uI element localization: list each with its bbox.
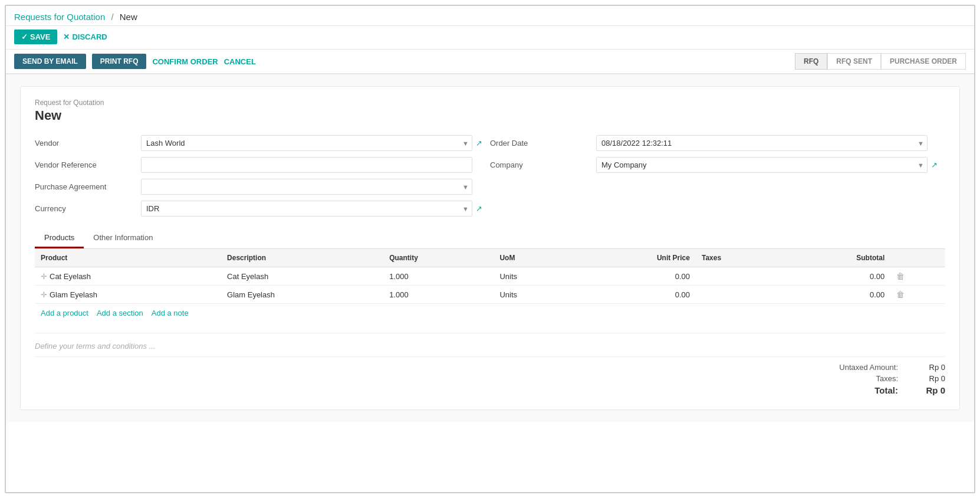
purchase-agreement-label: Purchase Agreement [35,182,141,191]
order-date-field-wrap: ▼ [596,135,928,151]
breadcrumb: Requests for Quotation / New [6,6,974,26]
untaxed-amount-value: Rp 0 [910,363,945,372]
products-table: Product Description Quantity UoM Unit Pr… [35,249,945,304]
vendor-reference-label: Vendor Reference [35,160,141,169]
status-tab-purchase-order[interactable]: PURCHASE ORDER [881,53,966,70]
discard-button[interactable]: DISCARD [63,32,107,41]
taxes-label: Taxes: [815,374,898,383]
row-description: Cat Eyelash [221,267,383,286]
row-delete[interactable]: 🗑 [890,267,945,286]
currency-input[interactable] [141,201,472,217]
vendor-label: Vendor [35,139,141,148]
save-button[interactable]: SAVE [14,30,57,44]
row-taxes [696,286,781,304]
vendor-input[interactable] [141,135,472,151]
taxes-row: Taxes: Rp 0 [815,374,945,383]
cancel-button[interactable]: CANCEL [224,57,256,66]
table-row: ✛Cat Eyelash Cat Eyelash 1.000 Units 0.0… [35,267,945,286]
add-product-link[interactable]: Add a product [41,309,88,317]
tab-other-information[interactable]: Other Information [84,228,162,248]
row-uom: Units [494,286,573,304]
main-content: Request for Quotation New Vendor ▼ ↗ Ord… [6,74,974,422]
tabs-bar: Products Other Information [35,228,945,249]
breadcrumb-current: New [120,12,137,22]
send-by-email-button[interactable]: SEND BY EMAIL [14,54,86,69]
currency-field-wrap: ▼ [141,201,472,217]
row-taxes [696,267,781,286]
company-external-link-icon[interactable]: ↗ [928,160,945,169]
action-bar: SEND BY EMAIL PRINT RFQ CONFIRM ORDER CA… [6,50,974,74]
totals-section: Untaxed Amount: Rp 0 Taxes: Rp 0 Total: … [35,356,945,395]
row-unit-price: 0.00 [574,286,696,304]
save-discard-bar: SAVE DISCARD [6,26,974,50]
taxes-value: Rp 0 [910,374,945,383]
vendor-external-link-icon[interactable]: ↗ [472,139,490,148]
add-note-link[interactable]: Add a note [152,309,189,317]
company-field-wrap: ▼ [596,157,928,173]
terms-placeholder[interactable]: Define your terms and conditions ... [35,342,945,350]
row-product: ✛Glam Eyelash [35,286,221,304]
add-section-link[interactable]: Add a section [97,309,143,317]
table-row: ✛Glam Eyelash Glam Eyelash 1.000 Units 0… [35,286,945,304]
breadcrumb-parent[interactable]: Requests for Quotation [14,12,105,22]
delete-icon[interactable]: 🗑 [896,271,905,281]
col-unit-price: Unit Price [574,249,696,267]
col-subtotal: Subtotal [781,249,890,267]
status-tab-rfq[interactable]: RFQ [795,53,827,70]
drag-handle-icon[interactable]: ✛ [41,272,47,281]
col-quantity: Quantity [383,249,494,267]
untaxed-amount-row: Untaxed Amount: Rp 0 [815,363,945,372]
row-quantity: 1.000 [383,286,494,304]
vendor-reference-input[interactable] [141,157,472,173]
col-actions [890,249,945,267]
status-tab-rfq-sent[interactable]: RFQ SENT [827,53,881,70]
row-uom: Units [494,267,573,286]
confirm-order-button[interactable]: CONFIRM ORDER [152,57,218,66]
doc-type-label: Request for Quotation [35,99,945,107]
untaxed-amount-label: Untaxed Amount: [815,363,898,372]
col-uom: UoM [494,249,573,267]
row-subtotal: 0.00 [781,267,890,286]
form-section: Request for Quotation New Vendor ▼ ↗ Ord… [20,86,960,410]
vendor-field-wrap: ▼ [141,135,472,151]
col-product: Product [35,249,221,267]
tab-products[interactable]: Products [35,228,84,248]
doc-name: New [35,108,945,123]
vendor-reference-field-wrap [141,157,472,173]
add-links: Add a product Add a section Add a note [35,304,945,322]
order-date-input[interactable] [596,135,928,151]
total-value: Rp 0 [910,385,945,395]
row-quantity: 1.000 [383,267,494,286]
row-subtotal: 0.00 [781,286,890,304]
row-delete[interactable]: 🗑 [890,286,945,304]
form-fields: Vendor ▼ ↗ Order Date ▼ Vendor Reference [35,135,945,217]
print-rfq-button[interactable]: PRINT RFQ [92,54,147,69]
breadcrumb-separator: / [111,12,113,22]
purchase-agreement-input[interactable] [141,179,472,195]
currency-external-link-icon[interactable]: ↗ [472,204,490,213]
status-tabs: RFQ RFQ SENT PURCHASE ORDER [795,53,966,70]
terms-area: Define your terms and conditions ... [35,333,945,350]
col-description: Description [221,249,383,267]
delete-icon[interactable]: 🗑 [896,290,905,299]
company-input[interactable] [596,157,928,173]
purchase-agreement-field-wrap: ▼ [141,179,472,195]
total-label: Total: [815,385,898,395]
drag-handle-icon[interactable]: ✛ [41,290,47,299]
currency-label: Currency [35,204,141,213]
row-unit-price: 0.00 [574,267,696,286]
company-label: Company [490,160,596,169]
grand-total-row: Total: Rp 0 [815,385,945,395]
row-description: Glam Eyelash [221,286,383,304]
order-date-label: Order Date [490,139,596,148]
row-product: ✛Cat Eyelash [35,267,221,286]
col-taxes: Taxes [696,249,781,267]
